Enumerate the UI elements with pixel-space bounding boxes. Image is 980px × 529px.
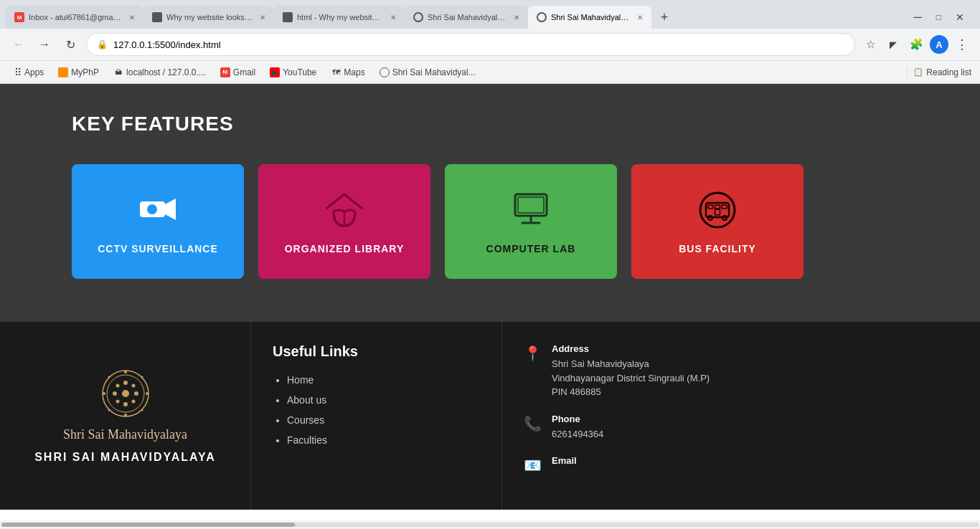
svg-point-31: [116, 399, 119, 403]
footer-links-list: Home About us Courses Faculties: [273, 374, 480, 446]
tab-close-why2-icon[interactable]: ✕: [390, 14, 396, 22]
tab-close-why1-icon[interactable]: ✕: [260, 14, 265, 22]
url-text: 127.0.0.1:5500/index.html: [113, 39, 844, 50]
gmail-favicon: M: [220, 67, 230, 77]
key-features-section: KEY FEATURES CCTV SURVEILLANCE: [0, 84, 980, 322]
tab-why2[interactable]: html - Why my website foote... ✕: [274, 6, 405, 29]
svg-point-17: [124, 371, 127, 373]
address-info: Address Shri Sai Mahavidyalaya Vindhayan…: [552, 343, 710, 399]
footer-link-home[interactable]: Home: [287, 374, 480, 386]
forward-button[interactable]: →: [34, 34, 55, 54]
bookmark-sai[interactable]: Shri Sai Mahavidyal...: [374, 65, 481, 80]
svg-point-30: [131, 383, 135, 387]
computer-icon: [509, 189, 552, 232]
phone-number: 6261494364: [552, 427, 603, 442]
svg-point-23: [108, 409, 110, 411]
email-item: 📧 Email: [524, 455, 958, 474]
lock-icon: 🔒: [97, 39, 108, 49]
bookmark-myphp[interactable]: MyPhP: [52, 65, 105, 80]
bookmark-maps[interactable]: 🗺 Maps: [325, 65, 370, 80]
localhost-favicon: 🏔: [113, 67, 123, 77]
svg-point-29: [116, 383, 119, 387]
tab-label: Inbox - atul67861@gmail.c...: [29, 13, 122, 22]
myphp-favicon: [58, 67, 68, 77]
cctv-icon: [136, 189, 179, 232]
extension-icon[interactable]: 🧩: [907, 35, 925, 54]
svg-point-19: [103, 392, 105, 395]
footer-logo-section: Shri Sai Mahavidyalaya SHRI SAI MAHAVIDY…: [0, 322, 251, 510]
screen-icon[interactable]: ◤: [884, 35, 903, 54]
profile-avatar[interactable]: A: [930, 35, 948, 54]
toolbar-icons: ☆ ◤ 🧩 A ⋮: [861, 35, 971, 54]
feature-label-bus: BUS FACILITY: [679, 243, 756, 254]
bookmark-localhost-label: localhost / 127.0.0....: [126, 67, 206, 77]
reload-button[interactable]: ↻: [60, 34, 80, 54]
close-button[interactable]: ✕: [951, 10, 969, 24]
phone-item: 📞 Phone 6261494364: [524, 414, 958, 442]
key-features-title: KEY FEATURES: [72, 113, 908, 135]
sai-favicon: [380, 67, 390, 77]
tab-favicon-why2: [283, 12, 293, 22]
tab-sai2[interactable]: Shri Sai Mahavidyalaya ✕: [528, 6, 651, 29]
svg-rect-6: [518, 197, 544, 213]
tab-inbox[interactable]: M Inbox - atul67861@gmail.c... ✕: [6, 6, 143, 29]
features-grid: CCTV SURVEILLANCE: [72, 164, 908, 279]
tab-close-icon[interactable]: ✕: [129, 14, 135, 22]
window-controls: ─ □ ✕: [909, 9, 974, 25]
feature-card-cctv[interactable]: CCTV SURVEILLANCE: [72, 164, 244, 279]
footer-link-courses[interactable]: Courses: [287, 414, 480, 426]
tab-bar: M Inbox - atul67861@gmail.c... ✕ Why my …: [0, 0, 980, 29]
feature-card-library[interactable]: ORGANIZED LIBRARY: [258, 164, 430, 279]
email-title: Email: [552, 455, 577, 466]
footer-link-faculties[interactable]: Faculties: [287, 434, 480, 446]
bookmark-apps-label: Apps: [24, 67, 44, 77]
school-logo: [100, 368, 151, 419]
tab-label-sai2: Shri Sai Mahavidyalaya: [551, 13, 630, 22]
svg-rect-11: [722, 205, 727, 209]
reading-list-icon: 📋: [913, 67, 923, 77]
bookmark-localhost[interactable]: 🏔 localhost / 127.0.0....: [108, 65, 212, 80]
reading-list-label[interactable]: Reading list: [926, 67, 971, 77]
phone-icon: 📞: [524, 415, 542, 432]
address-title: Address: [552, 343, 710, 354]
library-icon: [323, 189, 366, 232]
tab-close-sai2-icon[interactable]: ✕: [637, 14, 643, 22]
new-tab-button[interactable]: +: [654, 7, 674, 27]
tab-close-sai1-icon[interactable]: ✕: [514, 14, 519, 22]
bookmark-youtube[interactable]: ▶ YouTube: [264, 65, 322, 80]
footer: Shri Sai Mahavidyalaya SHRI SAI MAHAVIDY…: [0, 322, 980, 510]
youtube-favicon: ▶: [270, 67, 280, 77]
svg-point-1: [146, 204, 158, 215]
svg-rect-9: [708, 205, 713, 209]
tab-favicon-gmail: M: [14, 12, 24, 22]
school-name-bold: SHRI SAI MAHAVIDYALAYA: [34, 451, 216, 464]
bookmark-sai-label: Shri Sai Mahavidyal...: [392, 67, 476, 77]
minimize-button[interactable]: ─: [909, 9, 925, 25]
browser-chrome: M Inbox - atul67861@gmail.c... ✕ Why my …: [0, 0, 980, 84]
bookmark-apps[interactable]: ⠿ Apps: [9, 65, 50, 80]
svg-point-24: [141, 409, 143, 411]
feature-card-computer[interactable]: COMPUTER LAB: [445, 164, 617, 279]
back-button[interactable]: ←: [9, 34, 29, 54]
menu-icon[interactable]: ⋮: [953, 35, 971, 54]
email-icon: 📧: [524, 457, 542, 474]
phone-info: Phone 6261494364: [552, 414, 603, 442]
address-bar[interactable]: 🔒 127.0.0.1:5500/index.html: [86, 33, 855, 56]
footer-link-about[interactable]: About us: [287, 394, 480, 406]
svg-point-33: [122, 390, 129, 397]
tab-sai1[interactable]: Shri Sai Mahavidyalaya ✕: [405, 6, 528, 29]
address-bar-row: ← → ↻ 🔒 127.0.0.1:5500/index.html ☆ ◤ 🧩 …: [0, 29, 980, 60]
bookmark-star-icon[interactable]: ☆: [861, 35, 880, 54]
tab-label-why2: html - Why my website foote...: [297, 13, 383, 22]
svg-rect-12: [715, 209, 720, 215]
location-icon: 📍: [524, 345, 542, 362]
svg-point-32: [131, 399, 135, 403]
bookmark-gmail-label: Gmail: [233, 67, 255, 77]
tab-why1[interactable]: Why my website looks differe... ✕: [143, 6, 274, 29]
bookmark-gmail[interactable]: M Gmail: [215, 65, 261, 80]
maximize-button[interactable]: □: [932, 11, 946, 24]
svg-point-20: [146, 392, 149, 395]
feature-card-bus[interactable]: BUS FACILITY: [631, 164, 804, 279]
tab-favicon-sai2: [537, 12, 547, 22]
address-line1: Shri Sai Mahavidyalaya: [552, 357, 710, 371]
